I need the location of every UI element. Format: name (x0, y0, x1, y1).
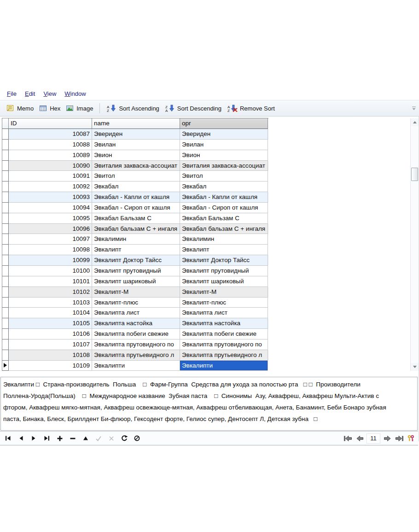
scrollbar-thumb[interactable] (411, 168, 418, 181)
cell-id[interactable]: 10098 (9, 245, 92, 255)
row-indicator-gutter[interactable] (2, 171, 9, 181)
table-row[interactable]: 10100 Эвкалипт прутовидный Эвкалипт прут… (2, 266, 268, 276)
cell-name[interactable]: Эвкабал - Сироп от кашля (92, 203, 180, 213)
first-page-button[interactable] (343, 433, 353, 444)
cell-opr[interactable]: Эвкалипта прутьевидного л (180, 350, 268, 361)
block-button[interactable] (132, 433, 142, 444)
hex-button[interactable]: Hex (36, 103, 63, 113)
table-row[interactable]: 10093 Эвкабал - Капли от кашля Эвкабал -… (2, 192, 268, 203)
row-indicator-gutter[interactable] (2, 213, 9, 224)
cell-id[interactable]: 10109 (9, 361, 92, 371)
row-indicator-gutter[interactable] (2, 161, 9, 171)
menu-edit[interactable]: Edit (21, 89, 39, 99)
cell-id[interactable]: 10099 (9, 255, 92, 266)
last-page-button[interactable] (394, 433, 404, 444)
cell-name[interactable]: Эвкалипт шариковый (92, 276, 180, 287)
table-row[interactable]: 10107 Эвкалипта прутовидного по Эвкалипт… (2, 339, 268, 350)
cell-id[interactable]: 10095 (9, 213, 92, 224)
cell-opr[interactable]: Эвкалипт-М (180, 287, 268, 298)
column-header-opr[interactable]: opr (180, 118, 268, 129)
cell-name[interactable]: Эвкалипта лист (92, 308, 180, 318)
cell-id[interactable]: 10092 (9, 181, 92, 192)
row-indicator-gutter[interactable] (2, 203, 9, 213)
cell-opr[interactable]: Эвкалипти (180, 361, 268, 371)
post-edit-button[interactable] (93, 433, 104, 444)
table-row[interactable]: 10101 Эвкалипт шариковый Эвкалипт шарико… (2, 276, 268, 287)
row-indicator-gutter[interactable] (2, 298, 9, 308)
table-row[interactable]: 10099 Эвкалипт Доктор Тайсс Эвкалипт Док… (2, 255, 268, 266)
table-row[interactable]: 10102 Эвкалипт-М Эвкалипт-М (2, 287, 268, 298)
table-row[interactable]: 10092 Эвкабал Эвкабал (2, 181, 268, 192)
cell-opr[interactable]: Эвкалипт (180, 245, 268, 255)
cell-name[interactable]: Эвкабал (92, 181, 180, 192)
table-row[interactable]: 10094 Эвкабал - Сироп от кашля Эвкабал -… (2, 203, 268, 213)
cell-opr[interactable]: Эвкалипт прутовидный (180, 266, 268, 276)
cell-id[interactable]: 10100 (9, 266, 92, 276)
cell-name[interactable]: Эвкалипт-М (92, 287, 180, 298)
cell-opr[interactable]: Эвкабал бальзам С + ингаля (180, 224, 268, 234)
memo-button[interactable]: Memo (4, 103, 36, 113)
row-indicator-gutter[interactable] (2, 266, 9, 276)
sort-descending-button[interactable]: Z A Sort Descending (162, 103, 224, 113)
scrollbar-up-arrow[interactable] (411, 118, 419, 126)
row-indicator-gutter[interactable] (2, 276, 9, 287)
menu-window[interactable]: Window (60, 89, 90, 99)
cell-id[interactable]: 10107 (9, 339, 92, 350)
insert-record-button[interactable] (54, 433, 65, 444)
row-indicator-gutter[interactable] (2, 339, 9, 350)
prior-record-button[interactable] (16, 433, 26, 444)
next-record-button[interactable] (29, 433, 39, 444)
table-row[interactable]: 10096 Эвкабал бальзам С + ингаля Эвкабал… (2, 224, 268, 234)
row-indicator-gutter[interactable] (2, 129, 9, 140)
scrollbar-down-arrow[interactable] (411, 363, 419, 371)
cell-id[interactable]: 10090 (9, 161, 92, 171)
cell-id[interactable]: 10101 (9, 276, 92, 287)
cell-opr[interactable]: Эвкалипт Доктор Тайсс (180, 255, 268, 266)
table-row[interactable]: 10090 Эвиталия закваска-ассоциат Эвитали… (2, 161, 268, 171)
cell-id[interactable]: 10088 (9, 140, 92, 150)
row-indicator-gutter[interactable] (2, 350, 9, 361)
cell-name[interactable]: Эвкалимин (92, 234, 180, 245)
table-row[interactable]: 10105 Эвкалипта настойка Эвкалипта насто… (2, 318, 268, 329)
cell-id[interactable]: 10087 (9, 129, 92, 140)
cell-name[interactable]: Эвкалипт (92, 245, 180, 255)
row-indicator-gutter[interactable] (2, 361, 9, 371)
image-button[interactable]: Image (63, 103, 96, 113)
cell-opr[interactable]: Эвкалипта прутовидного по (180, 339, 268, 350)
edit-record-button[interactable] (80, 433, 91, 444)
cell-id[interactable]: 10094 (9, 203, 92, 213)
table-row[interactable]: 10088 Эвилан Эвилан (2, 140, 268, 150)
table-row[interactable]: 10098 Эвкалипт Эвкалипт (2, 245, 268, 255)
column-header-id[interactable]: ID (9, 118, 92, 129)
table-row[interactable]: 10087 Эвериден Эвериден (2, 129, 268, 140)
cell-name[interactable]: Эвкабал Бальзам С (92, 213, 180, 224)
cell-opr[interactable]: Эвион (180, 150, 268, 161)
cell-id[interactable]: 10103 (9, 298, 92, 308)
cell-opr[interactable]: Эвериден (180, 129, 268, 140)
row-indicator-gutter[interactable] (2, 287, 9, 298)
table-row[interactable]: 10095 Эвкабал Бальзам С Эвкабал Бальзам … (2, 213, 268, 224)
prev-page-button[interactable] (355, 433, 365, 444)
refresh-button[interactable] (119, 433, 129, 444)
cell-opr[interactable]: Эвиталия закваска-ассоциат (180, 161, 268, 171)
table-row[interactable]: 10104 Эвкалипта лист Эвкалипта лист (2, 308, 268, 318)
table-row[interactable]: 10109 Эвкалипти Эвкалипти (2, 361, 268, 371)
menu-file[interactable]: File (3, 89, 21, 99)
table-row[interactable]: 10089 Эвион Эвион (2, 150, 268, 161)
cell-id[interactable]: 10091 (9, 171, 92, 181)
cell-name[interactable]: Эвериден (92, 129, 180, 140)
cell-name[interactable]: Эвкалипта прутовидного по (92, 339, 180, 350)
menu-view[interactable]: View (39, 89, 60, 99)
cell-name[interactable]: Эвкалипта настойка (92, 318, 180, 329)
cell-name[interactable]: Эвкалипта прутьевидного л (92, 350, 180, 361)
cell-id[interactable]: 10093 (9, 192, 92, 203)
cell-id[interactable]: 10105 (9, 318, 92, 329)
cell-opr[interactable]: Эвкабал - Капли от кашля (180, 192, 268, 203)
cell-name[interactable]: Эвкалипт прутовидный (92, 266, 180, 276)
row-indicator-gutter[interactable] (2, 150, 9, 161)
cell-name[interactable]: Эвион (92, 150, 180, 161)
page-number-field[interactable]: 11 (367, 433, 380, 444)
cell-id[interactable]: 10108 (9, 350, 92, 361)
cell-name[interactable]: Эвкабал - Капли от кашля (92, 192, 180, 203)
row-indicator-gutter[interactable] (2, 224, 9, 234)
